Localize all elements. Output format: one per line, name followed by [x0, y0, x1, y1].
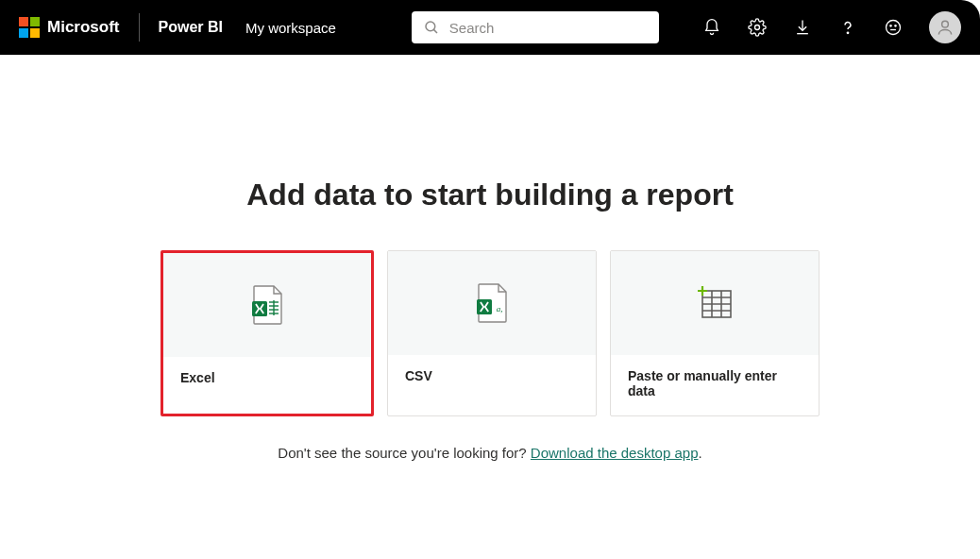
search-icon — [423, 19, 440, 36]
svg-point-5 — [890, 25, 891, 26]
svg-point-2 — [755, 25, 760, 30]
brand-text: Microsoft — [47, 18, 120, 37]
card-excel[interactable]: Excel — [161, 250, 374, 416]
header-divider — [139, 13, 140, 42]
page-title: Add data to start building a report — [246, 178, 734, 212]
workspace-name[interactable]: My workspace — [245, 20, 336, 36]
card-paste-data[interactable]: Paste or manually enter data — [610, 250, 819, 416]
card-csv[interactable]: a, CSV — [387, 250, 597, 416]
feedback-icon[interactable] — [884, 18, 903, 37]
card-icon-area — [163, 253, 371, 357]
card-label: Paste or manually enter data — [611, 355, 819, 412]
microsoft-logo[interactable]: Microsoft — [19, 17, 120, 38]
csv-file-icon: a, — [474, 283, 510, 323]
footer-suffix: . — [699, 445, 702, 461]
help-icon[interactable] — [838, 18, 857, 37]
svg-point-0 — [426, 22, 435, 31]
search-container — [412, 11, 659, 43]
account-avatar[interactable] — [929, 11, 961, 43]
table-icon — [696, 285, 734, 321]
card-icon-area — [611, 251, 819, 355]
app-header: Microsoft Power BI My workspace — [0, 0, 980, 55]
search-box[interactable] — [412, 11, 659, 43]
main-content: Add data to start building a report Exce… — [0, 55, 980, 517]
data-source-cards: Excel a, CSV — [161, 250, 819, 416]
download-desktop-link[interactable]: Download the desktop app — [531, 445, 699, 461]
footer-prefix: Don't see the source you're looking for? — [278, 445, 531, 461]
card-label: Excel — [163, 357, 371, 414]
svg-point-6 — [895, 25, 896, 26]
download-icon[interactable] — [793, 18, 812, 37]
card-label: CSV — [388, 355, 596, 412]
product-name[interactable]: Power BI — [159, 19, 223, 36]
settings-icon[interactable] — [748, 18, 767, 37]
footer-text: Don't see the source you're looking for?… — [278, 445, 701, 461]
svg-point-3 — [847, 32, 848, 33]
svg-point-4 — [887, 21, 901, 35]
card-icon-area: a, — [388, 251, 596, 355]
person-icon — [936, 18, 955, 37]
svg-line-1 — [433, 29, 437, 33]
excel-file-icon — [249, 285, 285, 325]
header-actions — [702, 11, 961, 43]
microsoft-logo-icon — [19, 17, 40, 38]
search-input[interactable] — [449, 20, 648, 36]
svg-point-7 — [942, 21, 949, 27]
notifications-icon[interactable] — [702, 18, 721, 37]
svg-text:a,: a, — [497, 304, 503, 313]
